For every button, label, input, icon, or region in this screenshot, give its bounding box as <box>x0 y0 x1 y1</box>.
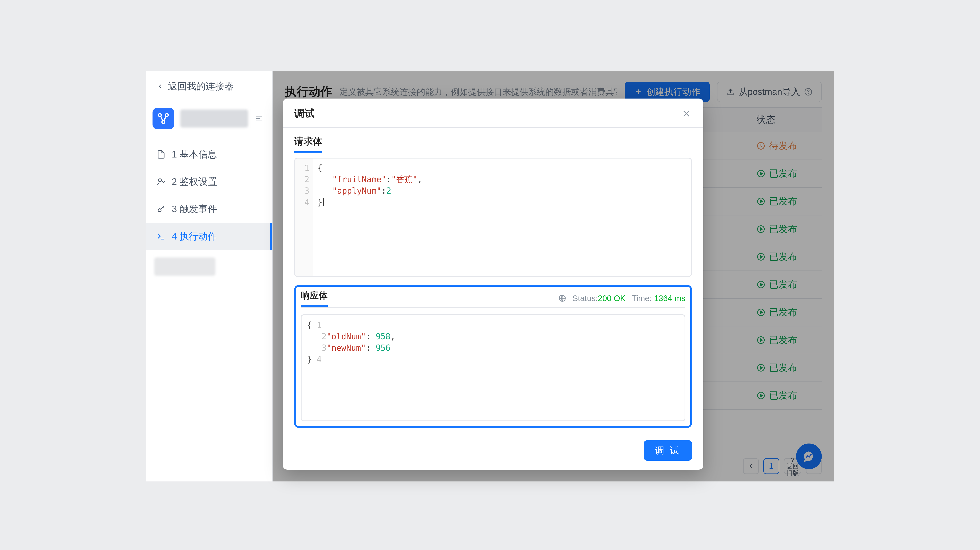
globe-icon <box>558 294 566 302</box>
side-nav: 1 基本信息 2 鉴权设置 3 触发事件 4 执行动作 <box>146 141 272 250</box>
collapse-sidebar-icon[interactable] <box>254 114 264 124</box>
request-section: 请求体 1 2 3 4 { "fruitName":"香蕉", "applyNu… <box>294 135 692 285</box>
svg-point-1 <box>165 114 168 116</box>
request-editor[interactable]: 1 2 3 4 { "fruitName":"香蕉", "applyNum":2… <box>294 158 692 277</box>
sidebar: 返回我的连接器 1 基本信息 2 鉴权设置 3 触发事件 <box>146 71 272 482</box>
connector-header <box>146 101 272 136</box>
json-key: newNum <box>331 343 361 352</box>
action-icon <box>157 232 165 241</box>
response-body-label: 响应体 <box>301 290 328 307</box>
json-key: applyNum <box>337 186 377 195</box>
section-divider <box>294 152 692 153</box>
sidebar-item-basic[interactable]: 1 基本信息 <box>146 141 272 168</box>
response-status-info: Status:200 OK Time: 1364 ms <box>558 294 686 303</box>
json-value: 香蕉 <box>396 174 412 184</box>
line-number: 1 <box>295 162 309 174</box>
json-value: 2 <box>386 186 391 195</box>
status-label: Status: <box>573 294 598 303</box>
line-number: 3 <box>321 343 326 352</box>
line-number: 1 <box>317 320 321 330</box>
modal-body: 请求体 1 2 3 4 { "fruitName":"香蕉", "applyNu… <box>283 128 703 434</box>
response-code: { 1 2"oldNum": 958, 3"newNum": 956 } 4 <box>302 315 684 420</box>
cursor-caret <box>323 198 324 206</box>
sidebar-item-label: 3 触发事件 <box>172 203 217 216</box>
time-value: 1364 ms <box>654 294 686 303</box>
connector-icon <box>153 108 174 129</box>
user-check-icon <box>157 177 165 186</box>
connector-name-placeholder <box>180 109 248 127</box>
key-icon <box>157 204 165 214</box>
chevron-left-icon <box>157 83 163 89</box>
back-link[interactable]: 返回我的连接器 <box>146 71 272 101</box>
modal-footer: 调 试 <box>283 434 703 470</box>
svg-point-6 <box>158 179 162 182</box>
close-icon <box>681 108 692 119</box>
back-label: 返回我的连接器 <box>168 80 234 93</box>
button-label: 调 试 <box>655 446 681 455</box>
debug-button[interactable]: 调 试 <box>644 440 692 461</box>
status-value: 200 OK <box>598 294 625 303</box>
debug-modal: 调试 请求体 1 2 3 4 { "fruitName":"香蕉", "appl <box>283 98 703 470</box>
modal-title: 调试 <box>294 107 315 120</box>
json-value: 958 <box>375 332 390 341</box>
response-editor[interactable]: { 1 2"oldNum": 958, 3"newNum": 956 } 4 <box>301 314 686 421</box>
time-label: Time: <box>632 294 652 303</box>
request-code[interactable]: { "fruitName":"香蕉", "applyNum":2 } <box>313 159 691 276</box>
json-key: fruitName <box>337 174 381 184</box>
sidebar-item-label: 2 鉴权设置 <box>172 176 217 188</box>
doc-icon <box>157 150 165 159</box>
json-key: oldNum <box>331 332 361 341</box>
json-value: 956 <box>375 343 390 352</box>
sidebar-item-label: 1 基本信息 <box>172 148 217 161</box>
modal-header: 调试 <box>283 98 703 128</box>
request-body-label: 请求体 <box>294 135 322 153</box>
sidebar-item-action[interactable]: 4 执行动作 <box>146 223 272 250</box>
line-number: 3 <box>295 185 309 197</box>
section-divider <box>301 307 686 308</box>
response-panel: 响应体 Status:200 OK Time: 1364 ms <box>294 285 692 428</box>
line-number: 2 <box>295 174 309 185</box>
request-gutter: 1 2 3 4 <box>295 159 313 276</box>
sidebar-item-label: 4 执行动作 <box>172 230 217 243</box>
line-number: 4 <box>295 197 309 208</box>
response-header: 响应体 Status:200 OK Time: 1364 ms <box>301 290 686 307</box>
line-number: 4 <box>317 355 321 364</box>
sidebar-item-auth[interactable]: 2 鉴权设置 <box>146 168 272 195</box>
close-modal-button[interactable] <box>681 108 692 119</box>
svg-point-7 <box>158 209 161 212</box>
sidebar-extra-placeholder <box>154 257 215 276</box>
line-number: 2 <box>321 332 326 341</box>
sidebar-item-trigger[interactable]: 3 触发事件 <box>146 195 272 223</box>
svg-point-0 <box>158 114 161 116</box>
